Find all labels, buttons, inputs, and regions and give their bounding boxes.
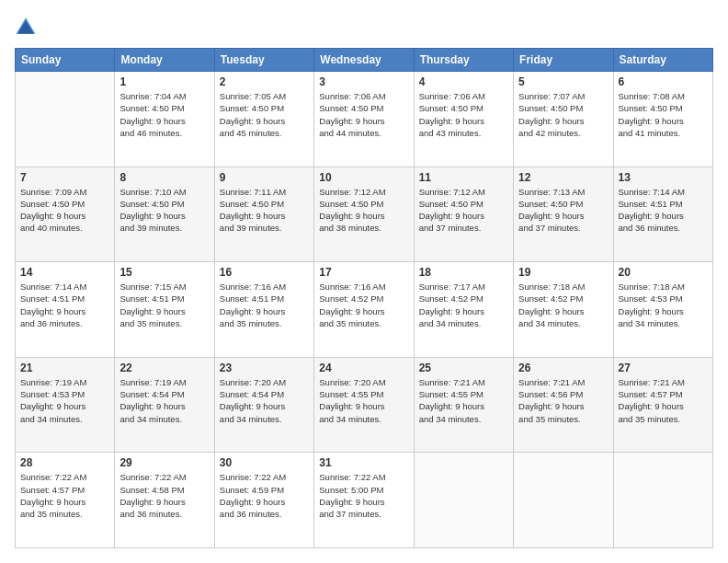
- day-number: 30: [220, 456, 309, 469]
- day-info: Sunrise: 7:12 AM Sunset: 4:50 PM Dayligh…: [419, 186, 508, 235]
- calendar-cell: 21Sunrise: 7:19 AM Sunset: 4:53 PM Dayli…: [16, 357, 115, 453]
- day-info: Sunrise: 7:22 AM Sunset: 4:57 PM Dayligh…: [20, 471, 109, 520]
- day-info: Sunrise: 7:14 AM Sunset: 4:51 PM Dayligh…: [20, 281, 109, 329]
- calendar-cell: 10Sunrise: 7:12 AM Sunset: 4:50 PM Dayli…: [314, 167, 414, 262]
- calendar-cell: [514, 453, 613, 548]
- day-info: Sunrise: 7:07 AM Sunset: 4:50 PM Dayligh…: [518, 90, 608, 139]
- day-number: 24: [319, 362, 408, 374]
- day-number: 4: [419, 75, 508, 88]
- calendar-cell: 9Sunrise: 7:11 AM Sunset: 4:50 PM Daylig…: [214, 167, 313, 262]
- calendar-cell: 29Sunrise: 7:22 AM Sunset: 4:58 PM Dayli…: [115, 453, 214, 548]
- weekday-header-friday: Friday: [514, 49, 613, 72]
- day-number: 25: [419, 362, 508, 374]
- day-number: 15: [119, 266, 209, 279]
- day-number: 29: [119, 456, 209, 469]
- calendar-cell: 4Sunrise: 7:06 AM Sunset: 4:50 PM Daylig…: [414, 72, 513, 167]
- day-number: 12: [518, 171, 608, 184]
- calendar-cell: 26Sunrise: 7:21 AM Sunset: 4:56 PM Dayli…: [514, 357, 613, 453]
- day-number: 8: [119, 171, 209, 184]
- day-info: Sunrise: 7:21 AM Sunset: 4:55 PM Dayligh…: [419, 376, 508, 425]
- calendar-cell: 2Sunrise: 7:05 AM Sunset: 4:50 PM Daylig…: [214, 72, 313, 167]
- calendar-cell: 14Sunrise: 7:14 AM Sunset: 4:51 PM Dayli…: [16, 262, 115, 358]
- day-info: Sunrise: 7:13 AM Sunset: 4:50 PM Dayligh…: [518, 186, 608, 235]
- day-info: Sunrise: 7:09 AM Sunset: 4:50 PM Dayligh…: [20, 186, 109, 235]
- day-info: Sunrise: 7:21 AM Sunset: 4:57 PM Dayligh…: [619, 376, 708, 425]
- weekday-header-row: SundayMondayTuesdayWednesdayThursdayFrid…: [16, 49, 713, 72]
- day-info: Sunrise: 7:10 AM Sunset: 4:50 PM Dayligh…: [119, 186, 209, 235]
- week-row-3: 14Sunrise: 7:14 AM Sunset: 4:51 PM Dayli…: [16, 262, 713, 358]
- day-number: 18: [419, 266, 508, 279]
- day-info: Sunrise: 7:17 AM Sunset: 4:52 PM Dayligh…: [419, 281, 508, 329]
- day-info: Sunrise: 7:14 AM Sunset: 4:51 PM Dayligh…: [619, 186, 708, 235]
- weekday-header-wednesday: Wednesday: [314, 49, 414, 72]
- day-info: Sunrise: 7:08 AM Sunset: 4:50 PM Dayligh…: [619, 90, 708, 139]
- calendar-cell: 15Sunrise: 7:15 AM Sunset: 4:51 PM Dayli…: [115, 262, 214, 358]
- day-number: 1: [119, 75, 209, 88]
- day-info: Sunrise: 7:11 AM Sunset: 4:50 PM Dayligh…: [220, 186, 309, 235]
- day-number: 13: [619, 171, 708, 184]
- weekday-header-saturday: Saturday: [613, 49, 712, 72]
- calendar-table: SundayMondayTuesdayWednesdayThursdayFrid…: [15, 48, 713, 548]
- svg-marker-1: [17, 20, 34, 33]
- week-row-2: 7Sunrise: 7:09 AM Sunset: 4:50 PM Daylig…: [16, 167, 713, 262]
- calendar-cell: 7Sunrise: 7:09 AM Sunset: 4:50 PM Daylig…: [16, 167, 115, 262]
- day-info: Sunrise: 7:19 AM Sunset: 4:54 PM Dayligh…: [119, 376, 209, 425]
- day-info: Sunrise: 7:16 AM Sunset: 4:51 PM Dayligh…: [220, 281, 309, 329]
- calendar-cell: 6Sunrise: 7:08 AM Sunset: 4:50 PM Daylig…: [613, 72, 712, 167]
- day-info: Sunrise: 7:04 AM Sunset: 4:50 PM Dayligh…: [119, 90, 209, 139]
- day-number: 14: [20, 266, 109, 279]
- calendar-cell: 19Sunrise: 7:18 AM Sunset: 4:52 PM Dayli…: [514, 262, 613, 358]
- day-info: Sunrise: 7:05 AM Sunset: 4:50 PM Dayligh…: [220, 90, 309, 139]
- day-number: 17: [319, 266, 408, 279]
- day-info: Sunrise: 7:15 AM Sunset: 4:51 PM Dayligh…: [119, 281, 209, 329]
- day-number: 22: [119, 362, 209, 374]
- calendar-cell: [16, 72, 115, 167]
- day-number: 11: [419, 171, 508, 184]
- day-number: 20: [619, 266, 708, 279]
- day-info: Sunrise: 7:22 AM Sunset: 5:00 PM Dayligh…: [319, 471, 408, 520]
- day-number: 9: [220, 171, 309, 184]
- weekday-header-monday: Monday: [115, 49, 214, 72]
- calendar-cell: [414, 453, 513, 548]
- calendar-cell: 23Sunrise: 7:20 AM Sunset: 4:54 PM Dayli…: [214, 357, 313, 453]
- week-row-4: 21Sunrise: 7:19 AM Sunset: 4:53 PM Dayli…: [16, 357, 713, 453]
- day-info: Sunrise: 7:18 AM Sunset: 4:52 PM Dayligh…: [518, 281, 608, 329]
- week-row-1: 1Sunrise: 7:04 AM Sunset: 4:50 PM Daylig…: [16, 72, 713, 167]
- week-row-5: 28Sunrise: 7:22 AM Sunset: 4:57 PM Dayli…: [16, 453, 713, 548]
- day-number: 10: [319, 171, 408, 184]
- day-number: 31: [319, 456, 408, 469]
- calendar-cell: 25Sunrise: 7:21 AM Sunset: 4:55 PM Dayli…: [414, 357, 513, 453]
- calendar-cell: 30Sunrise: 7:22 AM Sunset: 4:59 PM Dayli…: [214, 453, 313, 548]
- day-info: Sunrise: 7:16 AM Sunset: 4:52 PM Dayligh…: [319, 281, 408, 329]
- day-number: 6: [619, 75, 708, 88]
- weekday-header-sunday: Sunday: [16, 49, 115, 72]
- day-info: Sunrise: 7:06 AM Sunset: 4:50 PM Dayligh…: [319, 90, 408, 139]
- day-info: Sunrise: 7:21 AM Sunset: 4:56 PM Dayligh…: [518, 376, 608, 425]
- day-info: Sunrise: 7:06 AM Sunset: 4:50 PM Dayligh…: [419, 90, 508, 139]
- day-number: 21: [20, 362, 109, 374]
- calendar-cell: 13Sunrise: 7:14 AM Sunset: 4:51 PM Dayli…: [613, 167, 712, 262]
- day-info: Sunrise: 7:18 AM Sunset: 4:53 PM Dayligh…: [619, 281, 708, 329]
- day-number: 27: [619, 362, 708, 374]
- day-number: 7: [20, 171, 109, 184]
- calendar-cell: 22Sunrise: 7:19 AM Sunset: 4:54 PM Dayli…: [115, 357, 214, 453]
- calendar-cell: 27Sunrise: 7:21 AM Sunset: 4:57 PM Dayli…: [613, 357, 712, 453]
- day-number: 28: [20, 456, 109, 469]
- calendar-cell: 18Sunrise: 7:17 AM Sunset: 4:52 PM Dayli…: [414, 262, 513, 358]
- logo-icon: [15, 15, 37, 37]
- day-number: 3: [319, 75, 408, 88]
- calendar-cell: 31Sunrise: 7:22 AM Sunset: 5:00 PM Dayli…: [314, 453, 414, 548]
- calendar-cell: 11Sunrise: 7:12 AM Sunset: 4:50 PM Dayli…: [414, 167, 513, 262]
- day-number: 19: [518, 266, 608, 279]
- day-info: Sunrise: 7:12 AM Sunset: 4:50 PM Dayligh…: [319, 186, 408, 235]
- calendar-cell: [613, 453, 712, 548]
- calendar-cell: 17Sunrise: 7:16 AM Sunset: 4:52 PM Dayli…: [314, 262, 414, 358]
- day-info: Sunrise: 7:20 AM Sunset: 4:55 PM Dayligh…: [319, 376, 408, 425]
- day-number: 16: [220, 266, 309, 279]
- day-number: 2: [220, 75, 309, 88]
- day-info: Sunrise: 7:20 AM Sunset: 4:54 PM Dayligh…: [220, 376, 309, 425]
- calendar-cell: 20Sunrise: 7:18 AM Sunset: 4:53 PM Dayli…: [613, 262, 712, 358]
- calendar-cell: 8Sunrise: 7:10 AM Sunset: 4:50 PM Daylig…: [115, 167, 214, 262]
- weekday-header-thursday: Thursday: [414, 49, 513, 72]
- day-number: 5: [518, 75, 608, 88]
